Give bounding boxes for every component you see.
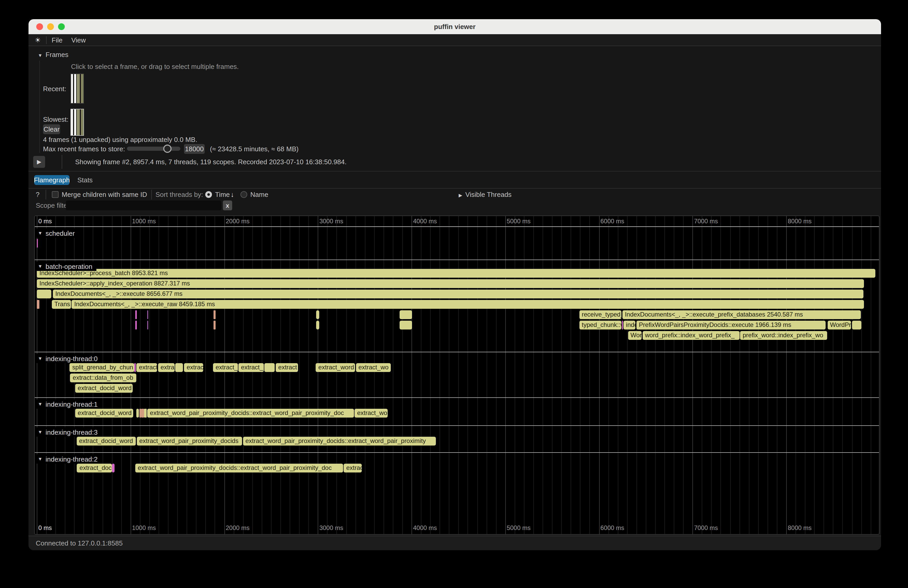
scope-bar[interactable] <box>399 321 412 329</box>
visible-threads-header[interactable]: ▶Visible Threads <box>459 191 512 198</box>
scope-bar[interactable] <box>136 409 139 418</box>
scope-bar[interactable] <box>144 409 147 418</box>
scope-bar[interactable]: IndexDocuments<_, _>::execute_prefix_dat… <box>622 310 861 319</box>
scope-bar[interactable]: word_prefix::index_word_prefix_ <box>642 331 739 340</box>
time-axis-label-bottom: 5000 ms <box>507 524 530 532</box>
thread-header-indexing-thread-1[interactable]: ▼indexing-thread:1 <box>36 399 102 409</box>
scope-bar[interactable]: extrac <box>184 363 203 372</box>
scope-bar[interactable]: extract_doc <box>77 464 112 472</box>
maximize-window-button[interactable] <box>58 23 65 30</box>
scope-bar[interactable] <box>622 321 623 329</box>
scope-bar[interactable]: extract::data_from_ob <box>70 374 136 382</box>
scope-bar[interactable] <box>147 310 148 319</box>
scope-bar[interactable] <box>135 321 137 329</box>
scope-bar[interactable]: IndexScheduler>::apply_index_operation 8… <box>37 279 864 288</box>
scope-bar[interactable]: typed_chunk::w <box>579 321 621 329</box>
scope-filter-input[interactable] <box>66 201 221 210</box>
clear-filter-button[interactable]: x <box>223 201 232 210</box>
scope-bar[interactable]: extrac <box>344 464 362 472</box>
menu-view[interactable]: View <box>71 36 86 44</box>
scope-bar[interactable] <box>142 409 144 418</box>
tab-flamegraph[interactable]: Flamegraph <box>34 175 69 185</box>
sort-time-radio[interactable] <box>205 191 212 198</box>
scope-bar[interactable] <box>112 464 114 472</box>
frame-thumbnail-stripe <box>81 109 84 135</box>
scope-bar[interactable]: extract_wo <box>356 363 391 372</box>
scope-bar[interactable]: split_grenad_by_chun <box>70 363 134 372</box>
scope-bar[interactable] <box>134 363 135 372</box>
section-separator-line <box>35 260 879 260</box>
sort-name-radio[interactable] <box>240 191 247 198</box>
max-frames-value[interactable]: 18000 <box>184 144 205 154</box>
scope-bar[interactable]: index <box>623 321 636 329</box>
scope-bar[interactable] <box>135 310 137 319</box>
thread-header-batch-operation[interactable]: ▼batch-operation <box>36 262 97 271</box>
scope-bar[interactable] <box>316 321 319 329</box>
close-window-button[interactable] <box>36 23 43 30</box>
scope-bar[interactable] <box>264 363 275 372</box>
clear-frames-button[interactable]: Clear <box>43 124 60 134</box>
scope-bar[interactable]: IndexDocuments<_, _>::execute 8656.677 m… <box>53 289 863 299</box>
play-button[interactable]: ▶ <box>33 156 45 168</box>
thread-header-scheduler[interactable]: ▼scheduler <box>36 228 79 238</box>
theme-sun-icon[interactable]: ☀ <box>35 36 41 44</box>
time-axis-label-bottom: 0 ms <box>39 524 52 532</box>
indent-guide <box>39 61 40 153</box>
merge-children-label[interactable]: Merge children with same ID <box>62 191 147 198</box>
thread-header-indexing-thread-3[interactable]: ▼indexing-thread:3 <box>36 427 102 437</box>
scope-bar[interactable]: extract_docid_word <box>75 384 133 393</box>
scope-bar[interactable] <box>139 409 141 418</box>
scope-bar[interactable]: extra <box>158 363 175 372</box>
scope-bar[interactable]: receive_typed_ <box>579 310 621 319</box>
scope-bar[interactable]: extract_word <box>316 363 355 372</box>
flamegraph-panel[interactable]: 0 ms0 ms1000 ms1000 ms2000 ms2000 ms3000… <box>34 215 879 535</box>
time-axis-label-bottom: 4000 ms <box>413 524 437 532</box>
scope-bar[interactable]: PrefixWordPairsProximityDocids::execute … <box>636 321 826 329</box>
scope-bar[interactable]: extract_ <box>238 363 264 372</box>
scope-bar[interactable] <box>37 300 39 309</box>
scope-bar[interactable] <box>214 321 215 329</box>
scope-bar[interactable]: extract_word_pair_proximity_docids <box>137 437 242 445</box>
scope-bar[interactable]: extract <box>136 363 157 372</box>
scope-bar[interactable]: extract_wo <box>354 409 388 418</box>
scope-bar[interactable]: extract_docid_word <box>76 437 136 445</box>
scope-bar[interactable]: extract_ <box>213 363 238 372</box>
minor-gridline <box>852 216 852 534</box>
scope-bar[interactable]: IndexDocuments<_, _>::execute_raw 8459.1… <box>71 300 864 309</box>
max-frames-slider[interactable] <box>127 146 180 151</box>
scope-bar[interactable]: IndexScheduler>::process_batch 8953.821 … <box>37 269 876 278</box>
scope-bar[interactable]: extract_docid_word <box>75 409 133 418</box>
help-button[interactable]: ? <box>36 191 39 198</box>
scope-bar[interactable] <box>399 310 412 319</box>
sort-name-label[interactable]: Name <box>250 191 268 198</box>
scope-bar[interactable] <box>37 289 52 299</box>
scope-bar[interactable]: prefix_word::index_prefix_wo <box>740 331 827 340</box>
minor-gridline <box>299 216 299 534</box>
scope-bar[interactable]: extract_word_pair_proximity_docids::extr… <box>147 409 354 418</box>
scope-bar[interactable]: Trans <box>52 300 71 309</box>
thread-header-indexing-thread-0[interactable]: ▼indexing-thread:0 <box>36 354 102 363</box>
scope-bar[interactable] <box>852 321 861 329</box>
scope-bar[interactable] <box>147 321 148 329</box>
menu-file[interactable]: File <box>52 36 63 44</box>
scope-bar[interactable]: extract_word_pair_proximity_docids::extr… <box>243 437 436 445</box>
merge-children-checkbox[interactable] <box>52 191 59 198</box>
scope-bar[interactable] <box>316 310 319 319</box>
sort-direction-arrow-icon[interactable]: ↓ <box>231 191 234 198</box>
scope-bar[interactable] <box>37 239 38 247</box>
max-frames-slider-knob[interactable] <box>163 145 172 153</box>
scope-bar[interactable]: extract_word_pair_proximity_docids::extr… <box>135 464 343 472</box>
time-axis-label-bottom: 7000 ms <box>694 524 718 532</box>
scope-bar[interactable]: extract <box>276 363 298 372</box>
sort-time-label[interactable]: Time <box>215 191 230 198</box>
scope-bar[interactable]: Word <box>628 331 641 340</box>
scope-bar[interactable]: WordPr <box>828 321 851 329</box>
frames-section-header[interactable]: ▼Frames <box>38 51 68 59</box>
recent-frames-thumbnail[interactable] <box>71 74 84 104</box>
scope-bar[interactable] <box>214 310 215 319</box>
thread-header-indexing-thread-2[interactable]: ▼indexing-thread:2 <box>36 454 102 464</box>
scope-bar[interactable] <box>175 363 183 372</box>
slowest-frames-thumbnail[interactable] <box>71 109 84 136</box>
minimize-window-button[interactable] <box>47 23 54 30</box>
tab-stats[interactable]: Stats <box>74 175 96 185</box>
